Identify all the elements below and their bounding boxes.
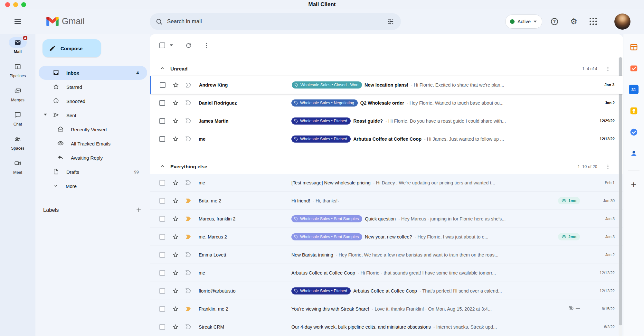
star-button[interactable] — [172, 198, 179, 204]
streak-pipeline-button[interactable] — [185, 251, 192, 258]
sidebar-item-starred[interactable]: Starred — [39, 80, 147, 94]
addon-streak-email-tracking-button[interactable] — [627, 62, 640, 75]
row-checkbox[interactable] — [159, 288, 165, 294]
star-button[interactable] — [172, 270, 179, 276]
search-options-button[interactable] — [384, 14, 398, 29]
list-scrollbar[interactable] — [619, 57, 622, 336]
email-row[interactable]: florrie@arbutus.ioWholesale Sales • Pitc… — [150, 282, 623, 300]
expand-caret-icon[interactable] — [44, 114, 47, 116]
section-more-button[interactable] — [602, 161, 613, 172]
select-dropdown-icon[interactable] — [170, 44, 173, 46]
addon-google-contacts-button[interactable] — [627, 147, 640, 160]
email-row[interactable]: Daniel RodriguezWholesale Sales • Negoti… — [150, 94, 623, 112]
rail-item-merges[interactable]: Merges — [0, 86, 35, 102]
collapse-section-icon[interactable] — [159, 163, 165, 170]
sidebar-item-awaiting-reply[interactable]: Awaiting Reply — [39, 151, 147, 165]
email-row[interactable]: Streak CRMOur 4-day work week, bulk pipe… — [150, 318, 623, 336]
google-apps-button[interactable] — [586, 14, 600, 29]
row-checkbox[interactable] — [159, 180, 165, 186]
get-addons-button[interactable]: + — [631, 180, 637, 190]
streak-pipeline-button[interactable] — [185, 82, 193, 89]
star-button[interactable] — [172, 252, 179, 258]
streak-pipeline-button[interactable] — [185, 287, 192, 294]
select-all-checkbox[interactable] — [159, 42, 165, 48]
row-checkbox[interactable] — [159, 118, 165, 124]
search-input[interactable]: Search in mail — [167, 18, 384, 25]
streak-pipeline-button[interactable] — [185, 269, 192, 276]
star-button[interactable] — [172, 324, 179, 330]
email-row[interactable]: Emma LovettNew Barista training - Hey Fl… — [150, 246, 623, 264]
star-button[interactable] — [172, 136, 179, 142]
streak-pipeline-button[interactable] — [185, 197, 192, 204]
email-row[interactable]: Andrew KingWholesale Sales • Closed - Wo… — [150, 76, 623, 94]
addon-google-calendar-button[interactable]: 31 — [627, 83, 640, 96]
star-button[interactable] — [172, 216, 179, 222]
row-checkbox[interactable] — [159, 216, 165, 222]
sidebar-item-sent[interactable]: Sent — [39, 108, 147, 122]
streak-pipeline-button[interactable] — [185, 305, 192, 312]
row-checkbox[interactable] — [159, 234, 165, 240]
section-more-button[interactable] — [602, 63, 613, 74]
email-row[interactable]: me, Marcus 2Wholesale Sales • Sent Sampl… — [150, 228, 623, 246]
row-checkbox[interactable] — [159, 270, 165, 276]
email-row[interactable]: meWholesale Sales • PitchedArbutus Coffe… — [150, 130, 623, 148]
addon-streak-pipelines-button[interactable] — [627, 41, 640, 53]
star-button[interactable] — [172, 306, 179, 312]
row-checkbox[interactable] — [160, 82, 166, 88]
email-row[interactable]: me[Test message] New wholesale pricing -… — [150, 174, 623, 192]
more-options-button[interactable] — [199, 38, 213, 52]
row-checkbox[interactable] — [159, 198, 165, 204]
row-checkbox[interactable] — [159, 136, 165, 142]
row-checkbox[interactable] — [159, 100, 165, 106]
streak-pipeline-button[interactable] — [185, 117, 192, 124]
pipeline-chip[interactable]: Wholesale Sales • Pitched — [291, 117, 351, 125]
star-button[interactable] — [173, 82, 179, 88]
addon-google-keep-button[interactable] — [627, 104, 640, 117]
pipeline-chip[interactable]: Wholesale Sales • Closed - Won — [292, 81, 362, 89]
rail-item-chat[interactable]: Chat — [0, 110, 35, 126]
star-button[interactable] — [172, 180, 179, 186]
streak-pipeline-button[interactable] — [185, 135, 192, 142]
scrollbar-thumb[interactable] — [619, 57, 622, 325]
star-button[interactable] — [172, 288, 179, 294]
streak-pipeline-button[interactable] — [185, 233, 192, 240]
collapse-section-icon[interactable] — [159, 65, 165, 72]
user-avatar[interactable] — [614, 14, 630, 30]
main-menu-button[interactable] — [0, 18, 35, 25]
pipeline-chip[interactable]: Wholesale Sales • Sent Samples — [291, 233, 362, 240]
rail-item-mail[interactable]: 4Mail — [0, 37, 35, 54]
email-row[interactable]: meArbutus Coffee at Coffee Coop - Hi Flo… — [150, 264, 623, 282]
email-row[interactable]: Franklin, me 2You're viewing this with S… — [150, 300, 623, 318]
sidebar-item-all-tracked-emails[interactable]: All Tracked Emails — [39, 136, 147, 151]
row-checkbox[interactable] — [159, 324, 165, 330]
star-button[interactable] — [172, 100, 179, 106]
pipeline-chip[interactable]: Wholesale Sales • Sent Samples — [291, 215, 362, 222]
pipeline-chip[interactable]: Wholesale Sales • Pitched — [291, 135, 351, 143]
rail-item-pipelines[interactable]: Pipelines — [0, 61, 35, 78]
status-dropdown[interactable]: Active — [505, 14, 542, 29]
streak-pipeline-button[interactable] — [185, 99, 192, 106]
rail-item-spaces[interactable]: Spaces — [0, 134, 35, 151]
search-bar[interactable]: Search in mail — [150, 13, 401, 30]
streak-pipeline-button[interactable] — [185, 323, 192, 330]
sidebar-item-drafts[interactable]: Drafts99 — [39, 165, 147, 179]
refresh-button[interactable] — [181, 38, 195, 52]
sidebar-item-more[interactable]: More — [39, 179, 147, 193]
email-row[interactable]: Brita, me 2Hi friend! - Hi, thanks!·1moJ… — [150, 192, 623, 210]
create-label-button[interactable] — [134, 205, 144, 215]
email-row[interactable]: James MartinWholesale Sales • PitchedRoa… — [150, 112, 623, 130]
pipeline-chip[interactable]: Wholesale Sales • Pitched — [291, 287, 351, 294]
compose-button[interactable]: Compose — [43, 39, 101, 57]
email-row[interactable]: Marcus, franklin 2Wholesale Sales • Sent… — [150, 210, 623, 228]
streak-pipeline-button[interactable] — [185, 215, 192, 222]
streak-pipeline-button[interactable] — [185, 179, 192, 186]
row-checkbox[interactable] — [159, 306, 165, 312]
star-button[interactable] — [172, 118, 179, 124]
row-checkbox[interactable] — [159, 252, 165, 258]
sidebar-item-snoozed[interactable]: Snoozed — [39, 94, 147, 108]
help-button[interactable]: ? — [547, 14, 562, 29]
sidebar-item-recently-viewed[interactable]: Recently Viewed — [39, 122, 147, 136]
star-button[interactable] — [172, 234, 179, 240]
pipeline-chip[interactable]: Wholesale Sales • Negotiating — [291, 99, 358, 107]
addon-google-tasks-button[interactable] — [627, 126, 640, 138]
